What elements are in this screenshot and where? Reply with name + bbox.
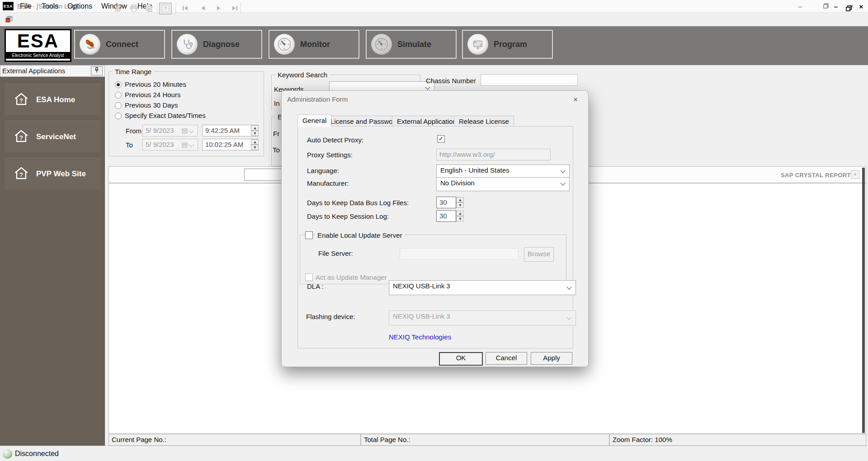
- days-session-field[interactable]: 30: [436, 210, 456, 222]
- flashing-device-dropdown: NEXIQ USB-Link 3: [389, 310, 576, 325]
- days-session-spinner[interactable]: [456, 211, 464, 221]
- print-icon[interactable]: [128, 3, 139, 13]
- report-scrollbar[interactable]: [862, 168, 865, 433]
- cancel-button[interactable]: Cancel: [486, 352, 527, 365]
- flashing-device-label: Flashing device:: [306, 313, 355, 320]
- toggle-group-tree-button[interactable]: ?: [159, 3, 172, 14]
- flashing-device-value: NEXIQ USB-Link 3: [393, 312, 450, 320]
- spin-up-icon[interactable]: [251, 139, 259, 145]
- auto-detect-proxy-checkbox[interactable]: ✓: [437, 135, 445, 143]
- calendar-icon: [182, 141, 188, 149]
- ok-button[interactable]: OK: [439, 352, 483, 366]
- restore-icon: [823, 2, 829, 10]
- from-date-picker[interactable]: 5/ 9/2023: [142, 125, 198, 136]
- spin-down-icon[interactable]: [456, 202, 464, 208]
- report-close-button[interactable]: ×: [851, 170, 859, 179]
- nexiq-technologies-link[interactable]: NEXIQ Technologies: [389, 333, 451, 341]
- close-icon: ×: [854, 171, 857, 178]
- spin-up-icon[interactable]: [251, 125, 259, 131]
- footer-current-page: Current Page No.:: [108, 434, 361, 446]
- monitor-button[interactable]: Monitor: [269, 30, 359, 59]
- radio-specify-exact-dates[interactable]: [115, 113, 122, 119]
- sidebar-item-esa-home[interactable]: ? ESA Home: [5, 84, 101, 115]
- language-dropdown[interactable]: English - United States: [436, 165, 570, 179]
- mdi-minimize-icon: –: [834, 3, 838, 10]
- crystal-reports-brand: SAP CRYSTAL REPORTS®: [781, 172, 859, 179]
- sidebar-item-pvp-web-site[interactable]: ? PVP Web Site: [5, 158, 101, 189]
- proxy-settings-label: Proxy Settings:: [307, 151, 353, 159]
- chevron-down-icon: [566, 284, 571, 289]
- spin-up-icon[interactable]: [456, 211, 464, 216]
- mdi-minimize-button[interactable]: –: [830, 1, 842, 12]
- chevron-down-icon: [189, 128, 193, 133]
- menu-file[interactable]: File: [20, 2, 32, 10]
- proxy-settings-value: http://www.w3.org/: [439, 151, 495, 158]
- tab-general[interactable]: General: [297, 114, 331, 127]
- simulate-button[interactable]: Simulate: [366, 30, 457, 59]
- dla-dropdown[interactable]: NEXIQ USB-Link 3: [389, 280, 576, 295]
- diagnose-button[interactable]: Diagnose: [171, 30, 262, 59]
- file-server-input[interactable]: [400, 248, 519, 260]
- esa-logo-subtext: Electronic Service Analyst: [6, 52, 70, 59]
- last-page-icon[interactable]: [229, 3, 240, 13]
- chevron-down-icon: [566, 315, 571, 320]
- simulate-label: Simulate: [397, 40, 431, 49]
- days-databus-spinner[interactable]: [456, 197, 464, 208]
- from-date-value: 5/ 9/2023: [146, 127, 174, 134]
- spin-down-icon[interactable]: [251, 131, 259, 136]
- from-time-spinner[interactable]: [251, 125, 259, 136]
- enable-local-update-server-checkbox[interactable]: [305, 231, 313, 239]
- chevron-down-icon: [425, 85, 430, 89]
- spin-down-icon[interactable]: [251, 145, 259, 150]
- export-icon[interactable]: [113, 3, 124, 13]
- language-label: Language:: [307, 167, 339, 174]
- gauge-icon: [274, 34, 295, 55]
- apply-button[interactable]: Apply: [531, 352, 572, 365]
- radio-previous-20-minutes[interactable]: [115, 81, 122, 88]
- tab-release-license[interactable]: Release License: [454, 116, 514, 127]
- to-date-picker[interactable]: 5/ 9/2023: [142, 139, 198, 151]
- to-time-value: 10:02:25 AM: [205, 141, 243, 148]
- to-date-value: 5/ 9/2023: [146, 141, 174, 148]
- mdi-restore-button[interactable]: [843, 4, 854, 14]
- keyword-search-title: Keyword Search: [275, 71, 330, 79]
- spin-down-icon[interactable]: [456, 216, 464, 221]
- minimize-button[interactable]: –: [788, 0, 813, 13]
- dialog-title: Administration Form: [287, 95, 348, 103]
- home-icon: ?: [14, 129, 29, 145]
- from-time-value: 9:42:25 AM: [205, 127, 240, 134]
- chevron-down-icon: [560, 180, 565, 185]
- connect-button[interactable]: Connect: [74, 30, 165, 59]
- copy-pages-icon[interactable]: [144, 3, 155, 13]
- radio-label: Previous 30 Days: [125, 101, 178, 109]
- from-time-field[interactable]: 9:42:25 AM: [202, 125, 259, 136]
- radio-previous-24-hours[interactable]: [115, 92, 122, 99]
- chassis-number-input[interactable]: [481, 74, 578, 86]
- days-databus-field[interactable]: 30: [436, 197, 456, 208]
- sidebar-item-servicenet[interactable]: ? ServiceNet: [5, 121, 101, 152]
- mdi-close-button[interactable]: ×: [855, 1, 867, 12]
- to-time-spinner[interactable]: [251, 139, 259, 150]
- manufacturer-dropdown[interactable]: No Division: [436, 177, 570, 191]
- previous-page-icon[interactable]: [198, 3, 208, 13]
- act-as-update-manager-checkbox[interactable]: [305, 273, 313, 281]
- pin-button[interactable]: [91, 66, 103, 75]
- spin-up-icon[interactable]: [456, 197, 464, 202]
- menu-tools[interactable]: Tools: [42, 2, 58, 10]
- radio-previous-30-days[interactable]: [115, 102, 122, 109]
- manufacturer-label: Manufacturer:: [307, 179, 349, 187]
- manufacturer-value: No Division: [440, 179, 475, 187]
- first-page-icon[interactable]: [180, 3, 191, 13]
- browse-button[interactable]: Browse: [524, 247, 554, 262]
- chevron-down-icon: [560, 168, 565, 173]
- dialog-close-button[interactable]: ×: [569, 94, 582, 106]
- esa-logo: ESA Electronic Service Analyst: [5, 29, 71, 62]
- program-button[interactable]: Program: [462, 30, 553, 59]
- proxy-settings-field: http://www.w3.org/: [436, 149, 551, 160]
- next-page-icon[interactable]: [213, 3, 224, 13]
- menu-options[interactable]: Options: [67, 2, 92, 10]
- esa-app-icon: ESA: [3, 2, 14, 10]
- home-icon: ?: [14, 166, 29, 182]
- footer-total-page: Total Page No.:: [361, 434, 609, 446]
- to-time-field[interactable]: 10:02:25 AM: [202, 139, 259, 151]
